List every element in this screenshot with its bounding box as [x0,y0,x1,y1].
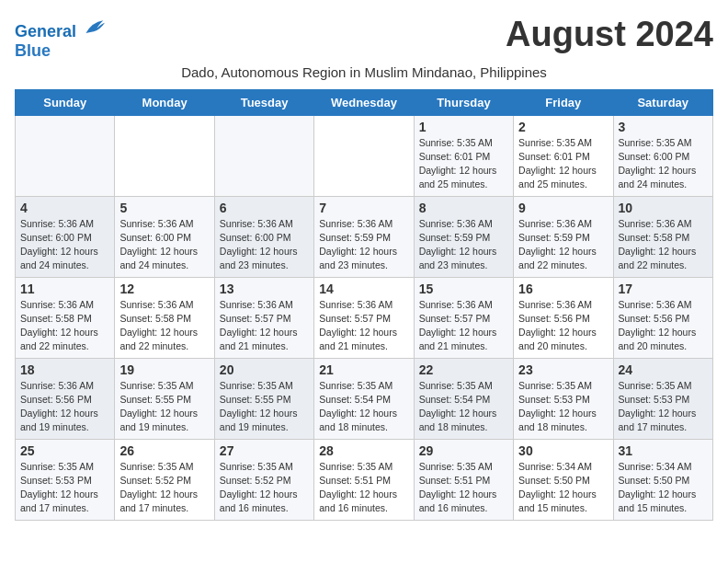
day-info: Sunrise: 5:34 AMSunset: 5:50 PMDaylight:… [518,460,608,516]
day-number: 21 [319,362,408,377]
day-info: Sunrise: 5:35 AMSunset: 5:51 PMDaylight:… [419,460,508,516]
calendar-week-row: 1Sunrise: 5:35 AMSunset: 6:01 PMDaylight… [16,115,713,196]
day-number: 31 [619,443,708,458]
weekday-header-monday: Monday [115,89,214,115]
day-number: 2 [518,120,608,134]
day-info: Sunrise: 5:35 AMSunset: 5:52 PMDaylight:… [119,460,209,516]
day-number: 18 [20,362,109,377]
day-info: Sunrise: 5:36 AMSunset: 5:57 PMDaylight:… [419,298,508,354]
day-number: 6 [220,201,309,215]
calendar-cell: 29Sunrise: 5:35 AMSunset: 5:51 PMDayligh… [414,439,513,520]
calendar-cell: 22Sunrise: 5:35 AMSunset: 5:54 PMDayligh… [414,358,513,439]
calendar-cell: 24Sunrise: 5:35 AMSunset: 5:53 PMDayligh… [613,358,712,439]
day-number: 7 [319,201,408,215]
day-number: 28 [319,443,408,458]
day-number: 19 [119,362,209,377]
day-info: Sunrise: 5:36 AMSunset: 5:57 PMDaylight:… [220,298,309,354]
day-info: Sunrise: 5:35 AMSunset: 5:53 PMDaylight:… [619,379,708,435]
calendar-cell: 12Sunrise: 5:36 AMSunset: 5:58 PMDayligh… [115,277,214,358]
day-number: 8 [419,201,508,215]
day-info: Sunrise: 5:35 AMSunset: 5:53 PMDaylight:… [20,460,109,516]
calendar-table: SundayMondayTuesdayWednesdayThursdayFrid… [15,89,713,521]
weekday-header-friday: Friday [514,89,613,115]
day-number: 14 [319,282,408,296]
day-info: Sunrise: 5:36 AMSunset: 5:58 PMDaylight:… [119,298,209,354]
calendar-cell: 5Sunrise: 5:36 AMSunset: 6:00 PMDaylight… [115,196,214,277]
calendar-cell: 14Sunrise: 5:36 AMSunset: 5:57 PMDayligh… [314,277,414,358]
calendar-cell: 20Sunrise: 5:35 AMSunset: 5:55 PMDayligh… [214,358,313,439]
day-number: 11 [20,282,109,296]
calendar-cell: 17Sunrise: 5:36 AMSunset: 5:56 PMDayligh… [613,277,712,358]
calendar-cell: 11Sunrise: 5:36 AMSunset: 5:58 PMDayligh… [16,277,115,358]
calendar-subtitle: Dado, Autonomous Region in Muslim Mindan… [15,64,713,80]
day-number: 20 [220,362,309,377]
day-info: Sunrise: 5:35 AMSunset: 5:54 PMDaylight:… [419,379,508,435]
day-info: Sunrise: 5:36 AMSunset: 6:00 PMDaylight:… [119,217,209,273]
calendar-cell: 13Sunrise: 5:36 AMSunset: 5:57 PMDayligh… [214,277,313,358]
calendar-cell: 18Sunrise: 5:36 AMSunset: 5:56 PMDayligh… [16,358,115,439]
calendar-week-row: 11Sunrise: 5:36 AMSunset: 5:58 PMDayligh… [16,277,713,358]
day-info: Sunrise: 5:35 AMSunset: 6:01 PMDaylight:… [419,136,508,192]
day-number: 29 [419,443,508,458]
day-info: Sunrise: 5:36 AMSunset: 5:59 PMDaylight:… [319,217,408,273]
day-number: 24 [619,362,708,377]
calendar-cell: 21Sunrise: 5:35 AMSunset: 5:54 PMDayligh… [314,358,414,439]
day-number: 12 [119,282,209,296]
day-number: 27 [220,443,309,458]
day-info: Sunrise: 5:36 AMSunset: 6:00 PMDaylight:… [220,217,309,273]
day-number: 15 [419,282,508,296]
day-info: Sunrise: 5:36 AMSunset: 5:56 PMDaylight:… [619,298,708,354]
logo: General Blue [15,18,105,61]
calendar-week-row: 25Sunrise: 5:35 AMSunset: 5:53 PMDayligh… [16,439,713,520]
day-number: 5 [119,201,209,215]
day-number: 4 [20,201,109,215]
day-number: 25 [20,443,109,458]
calendar-cell: 26Sunrise: 5:35 AMSunset: 5:52 PMDayligh… [115,439,214,520]
day-number: 23 [518,362,608,377]
day-info: Sunrise: 5:36 AMSunset: 5:58 PMDaylight:… [20,298,109,354]
day-info: Sunrise: 5:35 AMSunset: 5:54 PMDaylight:… [319,379,408,435]
weekday-header-row: SundayMondayTuesdayWednesdayThursdayFrid… [16,89,713,115]
calendar-cell: 8Sunrise: 5:36 AMSunset: 5:59 PMDaylight… [414,196,513,277]
day-number: 9 [518,201,608,215]
day-number: 30 [518,443,608,458]
calendar-cell [16,115,115,196]
calendar-week-row: 4Sunrise: 5:36 AMSunset: 6:00 PMDaylight… [16,196,713,277]
weekday-header-tuesday: Tuesday [214,89,313,115]
day-number: 13 [220,282,309,296]
day-info: Sunrise: 5:35 AMSunset: 5:55 PMDaylight:… [119,379,209,435]
month-year-title: August 2024 [506,15,713,54]
calendar-cell: 23Sunrise: 5:35 AMSunset: 5:53 PMDayligh… [514,358,613,439]
calendar-cell: 9Sunrise: 5:36 AMSunset: 5:59 PMDaylight… [514,196,613,277]
day-number: 16 [518,282,608,296]
day-info: Sunrise: 5:35 AMSunset: 5:52 PMDaylight:… [220,460,309,516]
day-info: Sunrise: 5:35 AMSunset: 5:53 PMDaylight:… [518,379,608,435]
day-info: Sunrise: 5:35 AMSunset: 6:01 PMDaylight:… [518,136,608,192]
day-info: Sunrise: 5:36 AMSunset: 6:00 PMDaylight:… [20,217,109,273]
weekday-header-wednesday: Wednesday [314,89,414,115]
day-number: 22 [419,362,508,377]
day-info: Sunrise: 5:36 AMSunset: 5:56 PMDaylight:… [20,379,109,435]
day-info: Sunrise: 5:34 AMSunset: 5:50 PMDaylight:… [619,460,708,516]
weekday-header-sunday: Sunday [16,89,115,115]
calendar-cell: 16Sunrise: 5:36 AMSunset: 5:56 PMDayligh… [514,277,613,358]
calendar-cell: 10Sunrise: 5:36 AMSunset: 5:58 PMDayligh… [613,196,712,277]
day-info: Sunrise: 5:36 AMSunset: 5:56 PMDaylight:… [518,298,608,354]
weekday-header-thursday: Thursday [414,89,513,115]
day-number: 10 [619,201,708,215]
calendar-cell [314,115,414,196]
day-number: 1 [419,120,508,134]
calendar-cell: 31Sunrise: 5:34 AMSunset: 5:50 PMDayligh… [613,439,712,520]
day-info: Sunrise: 5:36 AMSunset: 5:59 PMDaylight:… [518,217,608,273]
calendar-cell: 2Sunrise: 5:35 AMSunset: 6:01 PMDaylight… [514,115,613,196]
calendar-week-row: 18Sunrise: 5:36 AMSunset: 5:56 PMDayligh… [16,358,713,439]
calendar-cell: 4Sunrise: 5:36 AMSunset: 6:00 PMDaylight… [16,196,115,277]
day-info: Sunrise: 5:35 AMSunset: 6:00 PMDaylight:… [619,136,708,192]
calendar-cell [214,115,313,196]
day-info: Sunrise: 5:36 AMSunset: 5:59 PMDaylight:… [419,217,508,273]
calendar-cell: 27Sunrise: 5:35 AMSunset: 5:52 PMDayligh… [214,439,313,520]
day-number: 26 [119,443,209,458]
calendar-cell: 25Sunrise: 5:35 AMSunset: 5:53 PMDayligh… [16,439,115,520]
day-info: Sunrise: 5:35 AMSunset: 5:51 PMDaylight:… [319,460,408,516]
calendar-cell: 30Sunrise: 5:34 AMSunset: 5:50 PMDayligh… [514,439,613,520]
